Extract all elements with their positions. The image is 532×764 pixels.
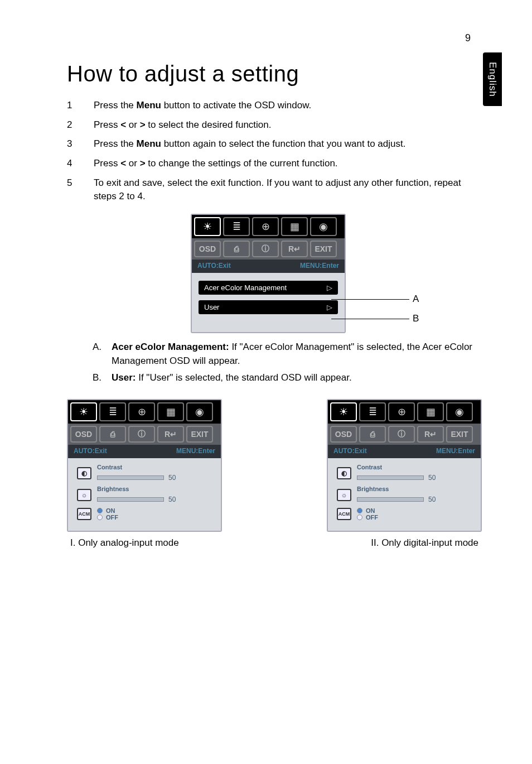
dual-osd-figures: ☀ ≣ ⊕ ▦ ◉ OSD ⎙ ⓘ R↵ EXIT AUTO:Exit MENU…	[67, 399, 482, 532]
acm-icon: ACM	[77, 508, 91, 520]
globe-icon: ◉	[446, 402, 473, 421]
page-number: 9	[465, 32, 471, 44]
step-2: Press < or > to select the desired funct…	[67, 118, 482, 132]
list-icon: ≣	[223, 217, 250, 236]
osd-sub-osd: OSD	[194, 241, 221, 257]
hint-menu-enter: MENU:Enter	[300, 262, 339, 270]
language-tab-label: English	[487, 62, 498, 97]
figure-captions: I. Only analog-input mode II. Only digit…	[67, 537, 482, 549]
osd-sub-exit: EXIT	[186, 426, 213, 443]
osd-sub-tool: ⎙	[359, 426, 386, 443]
off-dot-icon	[357, 515, 362, 520]
sun-icon: ☀	[70, 402, 97, 421]
sublist: A. Acer eColor Management: If "Acer eCol…	[93, 340, 482, 385]
settings-area-analog: ◐ Contrast 50 ☼ Brightness 50 ACM ON OFF	[68, 458, 221, 531]
color-icon: ▦	[157, 402, 184, 421]
osd-sub-reset: R↵	[417, 426, 444, 443]
osd-top-tabs: ☀ ≣ ⊕ ▦ ◉	[192, 215, 345, 238]
acm-row: ACM ON OFF	[77, 507, 212, 521]
caption-digital: II. Only digital-input mode	[371, 537, 478, 549]
caption-analog: I. Only analog-input mode	[70, 537, 179, 549]
osd-main-figure: ☀ ≣ ⊕ ▦ ◉ OSD ⎙ ⓘ R↵ EXIT AUTO:Exit MENU…	[67, 214, 482, 333]
hint-menu-enter: MENU:Enter	[436, 447, 475, 455]
on-dot-icon	[357, 508, 362, 513]
step-1: Press the Menu button to activate the OS…	[67, 99, 482, 113]
osd-sub-info: ⓘ	[252, 241, 279, 257]
osd-panel: ☀ ≣ ⊕ ▦ ◉ OSD ⎙ ⓘ R↵ EXIT AUTO:Exit MENU…	[191, 214, 346, 333]
callout-label-b: B	[413, 313, 419, 324]
osd-sub-tabs: OSD ⎙ ⓘ R↵ EXIT	[192, 238, 345, 260]
osd-sub-tool: ⎙	[99, 426, 126, 443]
callout-label-a: A	[413, 294, 419, 305]
hint-auto-exit: AUTO:Exit	[197, 262, 231, 270]
step-5: To exit and save, select the exit functi…	[67, 176, 482, 204]
position-icon: ⊕	[128, 402, 155, 421]
osd-lower-area: Acer eColor Management▷ User▷	[192, 273, 345, 332]
hint-menu-enter: MENU:Enter	[176, 447, 215, 455]
osd-sub-osd: OSD	[330, 426, 357, 443]
step-4: Press < or > to change the settings of t…	[67, 157, 482, 171]
step-3: Press the Menu button again to select th…	[67, 137, 482, 151]
list-icon: ≣	[359, 402, 386, 421]
osd-sub-osd: OSD	[70, 426, 97, 443]
arrow-icon: ▷	[327, 284, 332, 292]
callout-line-a	[331, 299, 409, 300]
brightness-row: ☼ Brightness 50	[337, 486, 472, 504]
osd-sub-reset: R↵	[281, 241, 308, 257]
globe-icon: ◉	[186, 402, 213, 421]
color-icon: ▦	[417, 402, 444, 421]
sublist-b: B. User: If "User" is selected, the stan…	[93, 371, 482, 385]
hint-auto-exit: AUTO:Exit	[333, 447, 367, 455]
off-dot-icon	[97, 515, 103, 520]
osd-sub-exit: EXIT	[446, 426, 473, 443]
contrast-row: ◐ Contrast 50	[337, 464, 472, 482]
acm-icon: ACM	[337, 508, 351, 520]
user-row: User▷	[199, 300, 338, 314]
settings-area-digital: ◐ Contrast 50 ☼ Brightness 50 ACM ON OFF	[328, 458, 481, 531]
list-icon: ≣	[99, 402, 126, 421]
arrow-icon: ▷	[327, 303, 332, 311]
globe-icon: ◉	[310, 217, 337, 236]
sun-icon: ☀	[330, 402, 357, 421]
osd-sub-info: ⓘ	[128, 426, 155, 443]
on-dot-icon	[97, 508, 103, 513]
page-title: How to adjust a setting	[67, 61, 482, 87]
sublist-a: A. Acer eColor Management: If "Acer eCol…	[93, 340, 482, 368]
color-icon: ▦	[281, 217, 308, 236]
language-tab: English	[483, 52, 502, 106]
osd-sub-info: ⓘ	[388, 426, 415, 443]
osd-digital-panel: ☀ ≣ ⊕ ▦ ◉ OSD ⎙ ⓘ R↵ EXIT AUTO:Exit MENU…	[327, 399, 482, 532]
callout-line-b	[331, 319, 409, 319]
instruction-list: Press the Menu button to activate the OS…	[67, 99, 482, 204]
contrast-icon: ◐	[337, 467, 351, 479]
brightness-icon: ☼	[337, 489, 351, 501]
brightness-icon: ☼	[77, 489, 91, 501]
acm-row: ACM ON OFF	[337, 507, 472, 521]
hint-auto-exit: AUTO:Exit	[74, 447, 107, 455]
sun-icon: ☀	[194, 217, 221, 236]
osd-sub-tool: ⎙	[223, 241, 250, 257]
contrast-row: ◐ Contrast 50	[77, 464, 212, 482]
osd-sub-reset: R↵	[157, 426, 184, 443]
osd-analog-panel: ☀ ≣ ⊕ ▦ ◉ OSD ⎙ ⓘ R↵ EXIT AUTO:Exit MENU…	[67, 399, 222, 532]
acer-ecolor-row: Acer eColor Management▷	[199, 281, 338, 295]
osd-hint-row: AUTO:Exit MENU:Enter	[192, 260, 345, 273]
position-icon: ⊕	[252, 217, 279, 236]
brightness-row: ☼ Brightness 50	[77, 486, 212, 504]
position-icon: ⊕	[388, 402, 415, 421]
contrast-icon: ◐	[77, 467, 91, 479]
osd-sub-exit: EXIT	[310, 241, 337, 257]
